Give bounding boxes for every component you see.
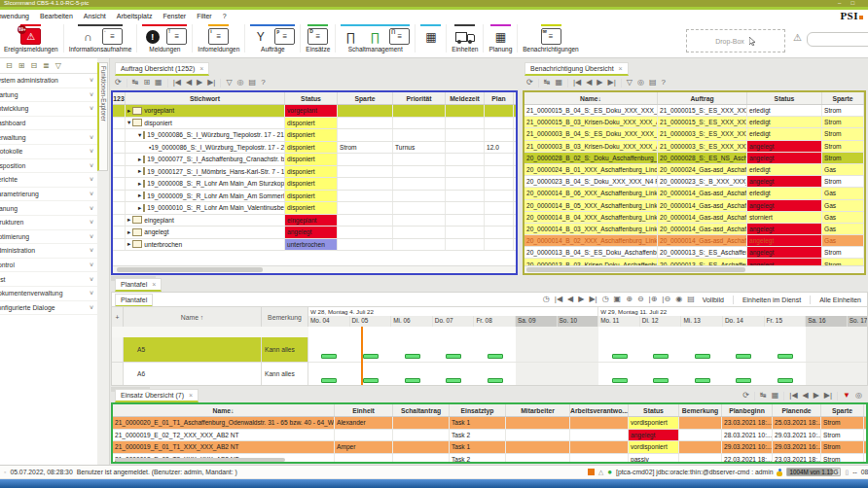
refresh-icon[interactable]: ⟳: [115, 78, 122, 87]
gantt-column-header[interactable]: Bemerkung: [262, 307, 308, 327]
zoom-out-icon[interactable]: ⊖: [637, 295, 644, 304]
tree-expander-icon[interactable]: ▸: [138, 156, 141, 163]
planning-calendar-icon[interactable]: ▦: [490, 28, 511, 45]
table-row[interactable]: 21_0000019_E_02_T2_XXX_XXX_AB2 NTTask 2a…: [113, 430, 866, 442]
menu-item-?[interactable]: ?: [223, 13, 227, 19]
tree-expander-icon[interactable]: ▾: [127, 119, 130, 126]
tree-expander-icon[interactable]: ▸: [127, 216, 130, 224]
horizontal-scrollbar[interactable]: [113, 265, 516, 273]
gantt-bar[interactable]: [405, 378, 420, 383]
prev-icon[interactable]: ◀: [803, 391, 809, 401]
first-icon[interactable]: |◀: [173, 78, 181, 87]
gantt-column-header[interactable]: +: [112, 307, 124, 327]
sidebar-item-protokolle[interactable]: Protokolle˅: [0, 145, 97, 159]
column-header-sparte[interactable]: Sparte: [338, 92, 393, 104]
column-header-status[interactable]: Status: [747, 92, 822, 104]
gantt-bar[interactable]: [488, 354, 503, 359]
print-icon[interactable]: ▤: [687, 295, 695, 304]
prev-icon[interactable]: ◀: [586, 78, 592, 87]
table-row[interactable]: ▪ 19_0000086_S:_I_Würzburg_Tiepolostr. 1…: [113, 142, 516, 155]
tab-funktionen-explorer[interactable]: Funktionen-Explorer: [97, 62, 108, 171]
search-icon[interactable]: ◎: [637, 78, 644, 87]
gantt-bar[interactable]: [321, 354, 337, 359]
tree-expander-icon[interactable]: ▸: [127, 107, 130, 115]
sidebar-item-test[interactable]: Test˅: [0, 272, 97, 287]
gantt-cell[interactable]: [112, 337, 124, 363]
tab-auftrag-uebersicht[interactable]: Auftrag Übersicht (1252)×: [115, 62, 209, 76]
gantt-bar[interactable]: [736, 378, 751, 383]
day-header-Di05[interactable]: Di. 05: [350, 316, 392, 327]
scrollbar-thumb[interactable]: [115, 458, 285, 462]
print-icon[interactable]: ▤: [249, 78, 257, 87]
gantt-bar[interactable]: [405, 354, 420, 359]
zoom-out-range-icon[interactable]: |⊖: [662, 295, 670, 304]
gantt-bar[interactable]: [695, 378, 710, 383]
sidebar-item-administration[interactable]: Administration˅: [0, 244, 97, 259]
tree-expander-icon[interactable]: ▸: [138, 167, 141, 175]
table-row[interactable]: 20_0000023_B_04_S:_Doku_XXX_XXX_N4 Fremd…: [524, 176, 864, 188]
day-header-Sa09[interactable]: Sa. 09: [516, 316, 558, 327]
goto-time-icon[interactable]: ◷: [602, 295, 609, 304]
tree-expander-icon[interactable]: ▸: [138, 192, 141, 199]
switch-list-doc-icon[interactable]: ≡∏: [389, 28, 410, 45]
menu-item-ansicht[interactable]: Ansicht: [84, 13, 106, 19]
drop-box[interactable]: Drop-Box: [686, 29, 785, 52]
order-branch-icon[interactable]: Y: [250, 28, 271, 45]
first-icon[interactable]: |◀: [573, 78, 581, 87]
column-header-schaltantrag[interactable]: Schaltantrag: [393, 404, 450, 416]
day-header-Fr08[interactable]: Fr. 08: [474, 316, 516, 327]
order-doc-icon[interactable]: ≡p: [274, 28, 295, 45]
table-icon[interactable]: ▦: [155, 78, 163, 87]
menu-item-arbeitsplatz[interactable]: Arbeitsplatz: [117, 13, 153, 19]
table-row[interactable]: 21_0000015_B_04_S:_ES_Doku_XXX_XXX_AB2 A…: [524, 105, 864, 117]
table-row[interactable]: 21_0000020_E_01_T1_Aschaffenburg_Odenwal…: [113, 417, 866, 430]
next-icon[interactable]: ▶: [814, 391, 819, 401]
close-icon[interactable]: ×: [152, 281, 156, 288]
gantt-column-header[interactable]: Name ↑: [124, 307, 262, 327]
gantt-bar[interactable]: [612, 378, 628, 383]
column-header-plan[interactable]: Plan: [485, 92, 514, 104]
gantt-bar[interactable]: [321, 378, 337, 383]
tab-plantafel-inner[interactable]: Plantafel: [115, 294, 153, 307]
table-row[interactable]: ▾ disponiertdisponiert: [113, 118, 516, 130]
scrollbar-thumb[interactable]: [526, 267, 745, 272]
quick-search-field[interactable]: [807, 32, 868, 47]
prev-icon[interactable]: ◀: [186, 78, 192, 87]
table-row[interactable]: 20_0000014_B_04_XXX_Aschaffenburg_Linkst…: [524, 212, 864, 224]
table-icon[interactable]: ▦: [555, 78, 562, 87]
column-header-bemerkung[interactable]: Bemerkung: [679, 404, 722, 416]
refresh-icon[interactable]: ⟳: [742, 391, 749, 401]
sidebar-item-parametrierung[interactable]: Parametrierung˅: [0, 188, 97, 202]
day-header-Mi13[interactable]: Mi. 13: [681, 316, 723, 327]
sidebar-item-control[interactable]: Control˅: [0, 259, 97, 273]
table-row[interactable]: 20_0000014_B_05_XXX_Aschaffenburg_Linkst…: [524, 200, 864, 212]
gantt-bar[interactable]: [363, 378, 379, 383]
day-header-Mo04[interactable]: Mo. 04: [308, 316, 350, 327]
link-icon[interactable]: ↹: [760, 391, 767, 401]
minimize-button[interactable]: –: [838, 0, 841, 7]
sidebar-item-verwaltung[interactable]: Verwaltung˅: [0, 130, 97, 145]
switch-state-icon[interactable]: ∏: [365, 28, 385, 45]
gantt-bar[interactable]: [778, 378, 793, 383]
table-row[interactable]: 20_0000014_B_03_XXX_Aschaffenburg_Linkst…: [524, 224, 864, 235]
search-icon[interactable]: ◎: [237, 78, 244, 87]
button-einheiten-im-dienst[interactable]: Einheiten im Dienst: [740, 296, 804, 304]
tab-einsatz-uebersicht[interactable]: Einsatz Übersicht (7)×: [115, 389, 199, 402]
gantt-bar[interactable]: [653, 354, 669, 359]
sidebar-item-konfigurierte-dialoge[interactable]: Konfigurierte Dialoge˅: [0, 301, 97, 316]
tree-expander-icon[interactable]: ▸: [138, 180, 141, 188]
zoom-in-range-icon[interactable]: |⊕: [649, 295, 658, 304]
column-header-arbeitsverantwo-[interactable]: Arbeitsverantwo...: [570, 404, 629, 416]
expand-all-icon[interactable]: ⊞: [18, 61, 25, 70]
link-icon[interactable]: ↹: [544, 78, 551, 87]
column-header-priorit-t[interactable]: Priorität: [393, 92, 446, 104]
column-header-123[interactable]: 123: [113, 92, 126, 104]
print-icon[interactable]: ▤: [649, 78, 657, 87]
table-row[interactable]: ▸ 19_0000077_S:_I_Aschaffenburg_Cranachs…: [113, 154, 516, 166]
table-row[interactable]: ▸ angelegtangelegt: [113, 227, 516, 239]
column-header-name[interactable]: Name ↓: [524, 92, 658, 104]
message-alert-icon[interactable]: !: [142, 28, 163, 45]
add-icon[interactable]: ⊞: [143, 78, 150, 87]
last-icon[interactable]: ▶|: [608, 78, 616, 87]
menu-item-fenster[interactable]: Fenster: [163, 13, 186, 19]
